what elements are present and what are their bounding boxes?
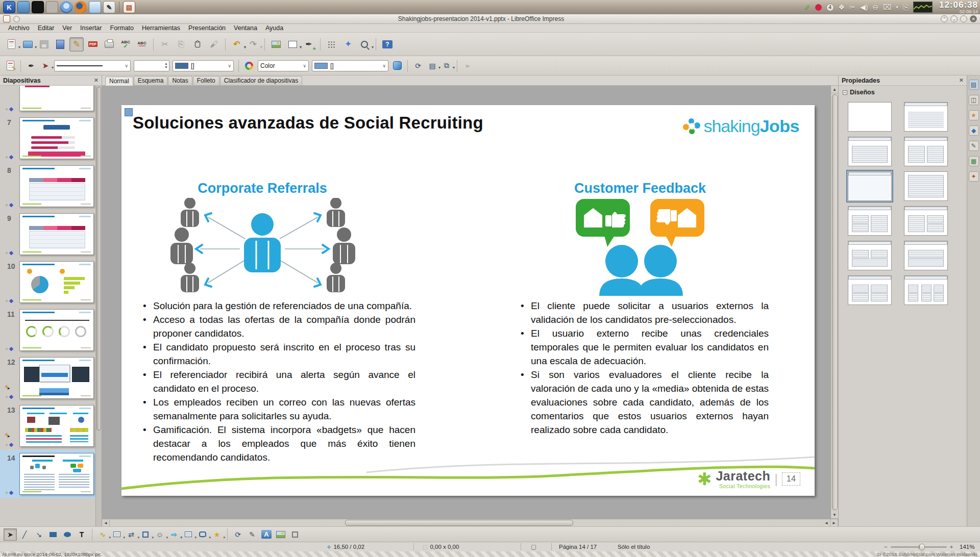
menu-herramientas[interactable]: Herramientas bbox=[138, 24, 184, 32]
3d-effects-button[interactable] bbox=[243, 60, 255, 72]
rotate-tool[interactable]: ⟳ bbox=[231, 528, 244, 541]
new-document-button[interactable] bbox=[4, 37, 18, 52]
archive-manager-icon[interactable] bbox=[89, 1, 101, 13]
save-button[interactable] bbox=[37, 37, 51, 52]
slide-row-9[interactable]: 9 ◆ bbox=[0, 210, 102, 258]
slide-thumbnail[interactable] bbox=[19, 86, 94, 111]
slide-page-number[interactable]: 14 bbox=[782, 472, 800, 486]
export-pdf-button[interactable]: PDF bbox=[86, 37, 100, 52]
menu-editar[interactable]: Editar bbox=[34, 24, 59, 32]
line-arrow-tool[interactable]: ↘ bbox=[32, 528, 45, 541]
arrange-button[interactable]: ⧉ bbox=[440, 60, 453, 72]
zoom-in-icon[interactable]: + bbox=[950, 544, 953, 550]
ellipse-tool[interactable] bbox=[61, 528, 74, 541]
layout-six-content[interactable] bbox=[904, 275, 948, 305]
line-style-select[interactable]: ∨ bbox=[54, 60, 131, 71]
scroll-right-icon[interactable]: ► bbox=[830, 519, 838, 527]
properties-close-icon[interactable]: ✕ bbox=[959, 77, 964, 84]
rectangle-tool[interactable] bbox=[46, 528, 60, 541]
spelling-button[interactable]: ABC✓ bbox=[118, 37, 133, 52]
horizontal-scrollbar[interactable]: ◄ ◄ ► bbox=[102, 519, 838, 526]
line-button[interactable]: ✒ bbox=[25, 60, 37, 72]
minimize-button[interactable]: ⌄ bbox=[950, 15, 958, 22]
edit-mode-button[interactable]: ✎ bbox=[69, 37, 84, 52]
color-picker-tray-icon[interactable]: ✐ bbox=[804, 3, 811, 11]
slide-row-8[interactable]: 8 ◆ bbox=[0, 162, 102, 210]
menu-insertar[interactable]: Insertar bbox=[76, 24, 106, 32]
text-tool[interactable]: T bbox=[75, 528, 88, 541]
new-document-icon[interactable]: ✎ bbox=[103, 1, 115, 13]
menu-presentacion[interactable]: Presentación bbox=[184, 24, 230, 32]
kde-launcher-icon[interactable]: K bbox=[3, 1, 15, 13]
keep-above-button[interactable]: ⌃ bbox=[941, 15, 948, 22]
sidebar-master-pages-icon[interactable]: ◫ bbox=[969, 95, 979, 105]
layout-two-content-right[interactable] bbox=[904, 206, 948, 236]
left-bullet-list[interactable]: Solución para la gestión de referenciado… bbox=[136, 299, 415, 464]
window-titlebar[interactable]: Shakingjobs-presentacion 2014-v1.pptx - … bbox=[0, 14, 980, 24]
right-column-heading[interactable]: Customer Feedback bbox=[512, 181, 768, 196]
sidebar-custom-animation-icon[interactable]: ★ bbox=[969, 110, 979, 120]
slide-row-12[interactable]: 12 ✳ ◆ bbox=[0, 354, 102, 402]
record-tray-icon[interactable] bbox=[815, 4, 822, 11]
slide-page[interactable]: Soluciones avanzadas de Social Recruitin… bbox=[121, 105, 815, 496]
zoom-level[interactable]: 141% bbox=[960, 542, 974, 551]
scroll-left-icon[interactable]: ◄ bbox=[102, 519, 110, 527]
insert-image-button[interactable] bbox=[269, 37, 283, 52]
rotate-button[interactable]: ⟳ bbox=[412, 60, 424, 72]
align-objects-button[interactable]: ▤ bbox=[426, 60, 438, 72]
vertical-scrollbar[interactable]: ▲ ▼ bbox=[830, 86, 838, 519]
layout-two-over-one[interactable] bbox=[848, 241, 892, 270]
stars-banners-tool[interactable]: ★ bbox=[210, 528, 224, 541]
layout-title-two-content[interactable] bbox=[904, 137, 948, 166]
display-grid-button[interactable] bbox=[325, 37, 339, 52]
modified-indicator[interactable]: ▢ bbox=[531, 542, 536, 551]
layout-four-content[interactable] bbox=[848, 275, 892, 305]
zoom-slider[interactable]: − + bbox=[884, 542, 953, 551]
clone-formatting-button[interactable]: 🖌︎ bbox=[207, 37, 221, 52]
menu-ver[interactable]: Ver bbox=[58, 24, 76, 32]
slide-row-7[interactable]: 7 ◆ bbox=[0, 114, 102, 162]
window-menu-button[interactable] bbox=[13, 16, 20, 22]
cut-button[interactable]: ✂ bbox=[158, 37, 172, 52]
paste-button[interactable]: 📋︎ bbox=[190, 37, 205, 52]
basic-shapes-tool[interactable] bbox=[139, 528, 152, 541]
usb-tray-icon[interactable]: ⊖ bbox=[872, 3, 878, 11]
network-tray-icon[interactable]: ⌧ bbox=[883, 3, 891, 11]
slide-thumbnail[interactable] bbox=[19, 309, 94, 351]
tray-expand-chevron-icon[interactable]: ▾ bbox=[896, 5, 898, 10]
line-color-select[interactable]: []∨ bbox=[173, 60, 234, 71]
tab-notas[interactable]: Notas bbox=[168, 76, 192, 85]
slides-panel-close-icon[interactable]: ✕ bbox=[94, 77, 99, 84]
slide-thumbnail[interactable] bbox=[19, 261, 94, 303]
edit-file-button[interactable] bbox=[53, 37, 67, 52]
flowchart-tool[interactable] bbox=[182, 528, 195, 541]
sidebar-properties-icon[interactable]: ▤ bbox=[969, 80, 979, 90]
zoom-slider-knob[interactable] bbox=[919, 544, 925, 550]
right-bullet-list[interactable]: El cliente puede solicitar a usuarios ex… bbox=[513, 299, 769, 437]
sidebar-navigator-icon[interactable]: ✦ bbox=[969, 171, 979, 182]
scroll-up-icon[interactable]: ▲ bbox=[831, 86, 839, 93]
slide-canvas[interactable]: Soluciones avanzadas de Social Recruitin… bbox=[102, 86, 830, 519]
scrollbar-thumb[interactable] bbox=[96, 87, 101, 431]
firefox-icon[interactable] bbox=[75, 1, 87, 13]
slide-row-13[interactable]: 13 bbox=[0, 402, 102, 450]
layout-blank[interactable] bbox=[848, 102, 892, 132]
redo-button[interactable]: ↷ bbox=[246, 37, 260, 52]
sidebar-styles-icon[interactable]: ✎ bbox=[969, 141, 979, 151]
clock-widget[interactable]: 12:06:38 02-06-14 bbox=[939, 1, 978, 14]
slide-row-10[interactable]: 10 ◆ bbox=[0, 258, 102, 306]
slide-title[interactable]: Soluciones avanzadas de Social Recruitin… bbox=[133, 113, 483, 133]
undo-button[interactable]: ↶ bbox=[230, 37, 244, 52]
clipboard-tray-icon[interactable]: ⎘ bbox=[903, 3, 909, 12]
placeholder-handle[interactable] bbox=[125, 108, 133, 116]
copy-button[interactable]: ⎘ bbox=[174, 37, 188, 52]
zoom-button[interactable] bbox=[357, 37, 372, 52]
menu-ayuda[interactable]: Ayuda bbox=[261, 24, 287, 32]
left-column-heading[interactable]: Corporate Referrals bbox=[121, 181, 403, 196]
shadow-button[interactable] bbox=[391, 60, 403, 72]
close-button[interactable]: ✕ bbox=[970, 15, 977, 22]
page-indicator[interactable]: Página 14 / 17 bbox=[559, 542, 597, 551]
slide-row-14-selected[interactable]: 14 ◆ bbox=[0, 450, 102, 498]
line-tool[interactable]: ╱ bbox=[18, 528, 31, 541]
slide-thumbnail[interactable] bbox=[19, 213, 94, 255]
